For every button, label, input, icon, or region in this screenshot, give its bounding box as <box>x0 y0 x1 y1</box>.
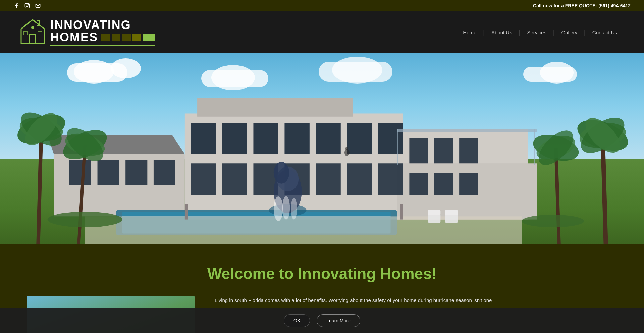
svg-point-84 <box>345 147 348 150</box>
svg-line-66 <box>603 135 606 244</box>
social-icons <box>13 3 41 9</box>
svg-point-76 <box>522 215 584 227</box>
svg-rect-21 <box>284 123 309 154</box>
svg-rect-19 <box>222 123 247 154</box>
main-nav: Home | About Us | Services | Gallery | C… <box>456 29 624 36</box>
svg-rect-22 <box>316 123 340 154</box>
logo-area[interactable]: INNOVATING HOMES <box>20 18 155 47</box>
facebook-icon[interactable] <box>13 3 19 9</box>
svg-rect-79 <box>428 210 440 215</box>
svg-rect-7 <box>30 34 36 43</box>
svg-rect-80 <box>445 210 458 215</box>
logo-line1: INNOVATING <box>50 19 155 31</box>
cookie-learn-button[interactable]: Learn More <box>317 314 360 327</box>
svg-rect-39 <box>409 173 428 195</box>
svg-rect-0 <box>25 3 29 8</box>
svg-point-55 <box>282 196 290 220</box>
svg-rect-30 <box>347 163 372 195</box>
svg-rect-41 <box>459 173 478 195</box>
svg-rect-8 <box>23 32 28 35</box>
svg-rect-43 <box>397 129 398 165</box>
svg-rect-42 <box>397 129 537 132</box>
svg-rect-15 <box>197 98 353 117</box>
nav-gallery[interactable]: Gallery <box>555 30 584 35</box>
svg-point-2 <box>28 4 29 5</box>
svg-point-75 <box>48 212 122 227</box>
svg-point-11 <box>31 26 34 29</box>
logo-icon <box>20 18 47 47</box>
svg-rect-20 <box>253 123 278 154</box>
svg-rect-23 <box>347 123 372 154</box>
svg-rect-37 <box>434 138 453 163</box>
svg-rect-40 <box>434 173 453 195</box>
email-icon[interactable] <box>35 3 41 9</box>
hero-section <box>0 53 644 244</box>
header: INNOVATING HOMES Home | About Us | Servi… <box>0 11 644 53</box>
instagram-icon[interactable] <box>24 3 30 9</box>
nav-contact[interactable]: Contact Us <box>586 30 624 35</box>
svg-point-54 <box>274 196 283 221</box>
logo-line2: HOMES <box>50 31 155 43</box>
svg-rect-36 <box>409 138 428 163</box>
svg-line-6 <box>33 20 44 29</box>
svg-rect-9 <box>38 32 42 35</box>
svg-rect-18 <box>191 123 216 154</box>
logo-underline <box>50 45 155 46</box>
top-bar: Call now for a FREE QUOTE: (561) 494-641… <box>0 0 644 11</box>
svg-rect-77 <box>428 215 440 223</box>
nav-services[interactable]: Services <box>520 30 553 35</box>
svg-rect-26 <box>222 163 247 195</box>
svg-line-71 <box>556 148 559 244</box>
nav-about[interactable]: About Us <box>485 30 519 35</box>
svg-line-57 <box>38 129 41 244</box>
logo-blocks <box>101 34 155 41</box>
welcome-title: Welcome to Innovating Homes! <box>27 265 617 283</box>
phone-text: Call now for a FREE QUOTE: (561) 494-641… <box>533 3 631 8</box>
svg-line-5 <box>21 20 33 29</box>
svg-rect-82 <box>400 204 403 219</box>
cookie-ok-button[interactable]: OK <box>284 314 310 327</box>
svg-rect-35 <box>154 160 175 185</box>
svg-rect-33 <box>98 160 119 185</box>
logo-text-area: INNOVATING HOMES <box>50 19 155 46</box>
hero-house-svg <box>0 67 644 244</box>
nav-home[interactable]: Home <box>456 30 483 35</box>
svg-point-53 <box>274 162 289 184</box>
svg-rect-25 <box>191 163 216 195</box>
welcome-body-text: Living in south Florida comes with a lot… <box>215 296 617 305</box>
cookie-bar: OK Learn More <box>0 308 644 333</box>
svg-rect-78 <box>445 215 458 223</box>
svg-rect-34 <box>125 160 147 185</box>
svg-rect-31 <box>378 163 403 195</box>
svg-rect-81 <box>185 204 188 219</box>
svg-rect-32 <box>69 160 91 185</box>
svg-rect-29 <box>316 163 340 195</box>
svg-rect-24 <box>378 123 403 154</box>
svg-point-56 <box>291 198 297 220</box>
svg-point-1 <box>26 5 28 6</box>
svg-rect-38 <box>459 138 478 163</box>
